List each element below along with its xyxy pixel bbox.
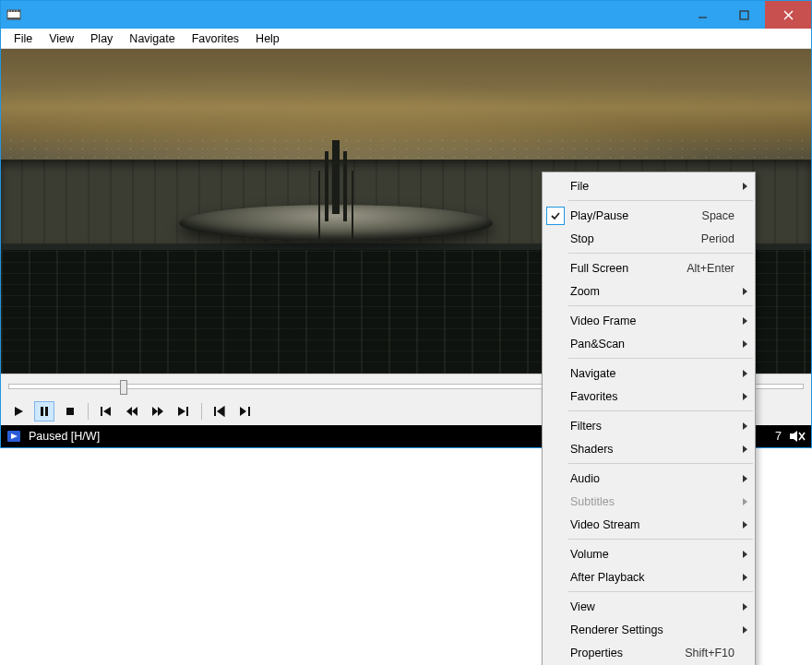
- app-icon: [6, 7, 21, 22]
- svg-marker-18: [132, 407, 137, 416]
- context-menu-item-video-stream[interactable]: Video Stream: [543, 513, 755, 536]
- chevron-right-icon: [743, 422, 747, 430]
- context-menu-label: Video Frame: [570, 315, 734, 327]
- context-menu-separator: [568, 539, 753, 540]
- context-menu-label: Video Stream: [570, 518, 734, 531]
- context-menu-item-volume[interactable]: Volume: [543, 542, 755, 565]
- maximize-button[interactable]: [723, 1, 765, 29]
- separator: [201, 403, 202, 420]
- chevron-right-icon: [743, 340, 747, 348]
- minimize-button[interactable]: [682, 1, 723, 29]
- close-button[interactable]: [765, 1, 811, 29]
- context-menu-accelerator: Alt+Enter: [687, 262, 734, 275]
- status-right-number: 7: [775, 430, 782, 443]
- context-menu-item-zoom[interactable]: Zoom: [543, 279, 755, 303]
- chevron-right-icon: [743, 445, 747, 453]
- seek-thumb[interactable]: [120, 380, 127, 395]
- context-menu-label: Volume: [570, 548, 734, 561]
- svg-rect-5: [14, 11, 15, 12]
- svg-marker-30: [790, 431, 797, 442]
- svg-marker-20: [158, 407, 163, 416]
- menu-play[interactable]: Play: [83, 30, 120, 47]
- context-menu[interactable]: FilePlay/PauseSpaceStopPeriodFull Screen…: [542, 172, 756, 665]
- step-back-button[interactable]: [209, 401, 230, 422]
- svg-rect-8: [740, 11, 748, 19]
- context-menu-item-full-screen[interactable]: Full ScreenAlt+Enter: [543, 256, 755, 279]
- svg-rect-23: [214, 407, 216, 416]
- context-menu-item-navigate[interactable]: Navigate: [543, 362, 755, 385]
- context-menu-item-audio[interactable]: Audio: [543, 467, 755, 490]
- context-menu-label: Filters: [570, 420, 734, 433]
- context-menu-separator: [568, 463, 753, 464]
- context-menu-item-stop[interactable]: StopPeriod: [543, 227, 755, 250]
- context-menu-accelerator: Period: [701, 232, 734, 245]
- context-menu-item-renderer-settings[interactable]: Renderer Settings: [543, 618, 755, 641]
- context-menu-item-video-frame[interactable]: Video Frame: [543, 309, 755, 332]
- context-menu-label: Navigate: [570, 367, 734, 380]
- menu-help[interactable]: Help: [248, 30, 287, 47]
- context-menu-item-favorites[interactable]: Favorites: [543, 385, 755, 408]
- svg-rect-15: [101, 407, 102, 416]
- svg-rect-13: [45, 407, 48, 416]
- svg-rect-27: [248, 407, 250, 416]
- context-menu-label: Pan&Scan: [570, 338, 734, 350]
- chevron-right-icon: [743, 603, 747, 611]
- context-menu-item-pan-scan[interactable]: Pan&Scan: [543, 332, 755, 355]
- svg-marker-25: [218, 407, 224, 416]
- chevron-right-icon: [743, 498, 747, 505]
- chevron-right-icon: [743, 521, 747, 528]
- svg-marker-11: [15, 407, 23, 416]
- context-menu-item-shaders[interactable]: Shaders: [543, 437, 755, 460]
- mute-icon[interactable]: [789, 430, 806, 443]
- menubar: File View Play Navigate Favorites Help: [1, 29, 811, 49]
- menu-navigate[interactable]: Navigate: [122, 30, 182, 47]
- skip-forward-button[interactable]: [173, 401, 194, 422]
- video-content: [179, 205, 493, 242]
- context-menu-label: After Playback: [570, 571, 734, 584]
- svg-rect-22: [186, 407, 188, 416]
- svg-marker-17: [126, 407, 132, 416]
- chevron-right-icon: [743, 288, 747, 295]
- context-menu-label: Audio: [570, 472, 734, 485]
- skip-back-button[interactable]: [96, 401, 116, 422]
- svg-marker-26: [240, 407, 246, 416]
- menu-file[interactable]: File: [6, 30, 40, 47]
- rewind-button[interactable]: [122, 401, 142, 422]
- chevron-right-icon: [743, 551, 747, 558]
- pause-button[interactable]: [34, 401, 54, 422]
- context-menu-item-filters[interactable]: Filters: [543, 414, 755, 437]
- step-forward-button[interactable]: [235, 401, 256, 422]
- status-text: Paused [H/W]: [29, 430, 100, 443]
- forward-button[interactable]: [148, 401, 168, 422]
- context-menu-item-after-playback[interactable]: After Playback: [543, 565, 755, 588]
- svg-marker-16: [103, 407, 111, 416]
- context-menu-label: Renderer Settings: [570, 623, 734, 636]
- context-menu-accelerator: Shift+F10: [685, 647, 734, 659]
- chevron-right-icon: [743, 574, 747, 581]
- svg-rect-4: [11, 11, 12, 12]
- chevron-right-icon: [743, 370, 747, 377]
- chevron-right-icon: [743, 393, 747, 400]
- context-menu-label: Zoom: [570, 285, 734, 298]
- context-menu-label: Full Screen: [570, 262, 687, 275]
- menu-favorites[interactable]: Favorites: [185, 30, 246, 47]
- context-menu-label: Properties: [570, 647, 685, 659]
- context-menu-item-properties[interactable]: PropertiesShift+F10: [543, 641, 755, 664]
- context-menu-label: Shaders: [570, 443, 734, 456]
- menu-view[interactable]: View: [42, 30, 81, 47]
- context-menu-item-view[interactable]: View: [543, 595, 755, 618]
- chevron-right-icon: [743, 317, 747, 325]
- titlebar[interactable]: [1, 1, 811, 29]
- svg-rect-6: [17, 11, 18, 12]
- play-button[interactable]: [8, 401, 29, 422]
- context-menu-separator: [568, 305, 753, 306]
- context-menu-label: Play/Pause: [570, 209, 702, 222]
- context-menu-item-play-pause[interactable]: Play/PauseSpace: [543, 204, 755, 227]
- stop-button[interactable]: [60, 401, 80, 422]
- context-menu-label: Favorites: [570, 390, 734, 403]
- chevron-right-icon: [743, 475, 747, 482]
- context-menu-separator: [568, 253, 753, 254]
- context-menu-item-subtitles: Subtitles: [543, 490, 755, 513]
- context-menu-item-file[interactable]: File: [543, 174, 755, 197]
- context-menu-accelerator: Space: [702, 209, 734, 222]
